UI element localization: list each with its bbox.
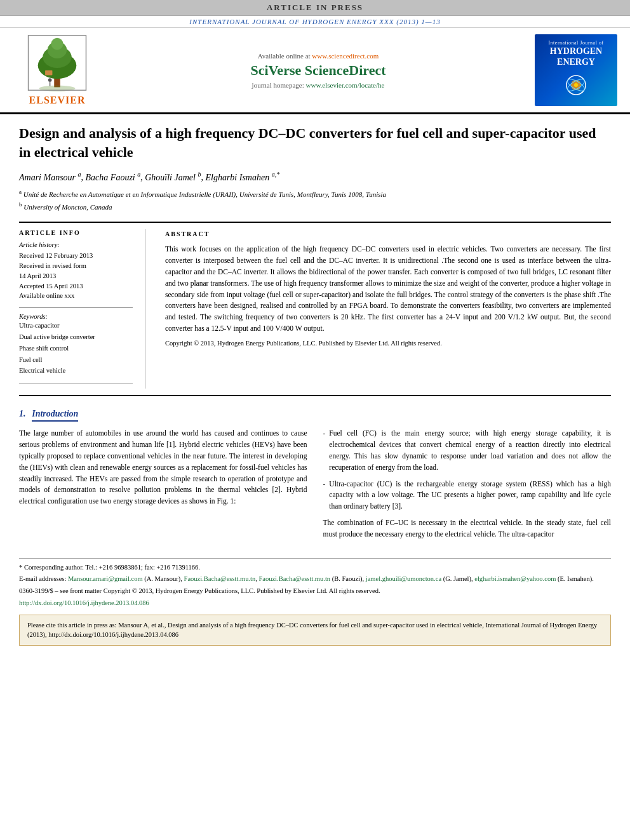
keywords-section: Keywords: Ultra-capacitor Dual active br… <box>19 313 133 377</box>
email-mansour[interactable]: Mansour.amari@gmail.com <box>68 575 143 582</box>
main-content: Design and analysis of a high frequency … <box>0 114 630 655</box>
elsevier-wordmark: ELSEVIER <box>29 95 86 106</box>
svg-point-6 <box>48 78 52 82</box>
affiliations: a Unité de Recherche en Automatique et e… <box>19 188 611 212</box>
top-header: ELSEVIER Available online at www.science… <box>0 28 630 114</box>
body-col-right: - Fuel cell (FC) is the main energy sour… <box>323 428 612 545</box>
intro-paragraph-bottom: The combination of FC–UC is necessary in… <box>323 517 612 540</box>
bullet-dash-icon-2: - <box>323 479 326 490</box>
affiliation-1: a Unité de Recherche en Automatique et e… <box>19 188 611 199</box>
svg-point-5 <box>51 38 64 50</box>
received-date: Received 12 February 2013 <box>19 251 133 261</box>
abstract-label: ABSTRACT <box>165 229 611 239</box>
journal-logo-title: International Journal of <box>548 40 603 46</box>
journal-homepage-text: journal homepage: www.elsevier.com/locat… <box>108 81 528 89</box>
abstract-column: ABSTRACT This work focuses on the applic… <box>165 229 611 389</box>
article-history: Article history: Received 12 February 20… <box>19 241 133 301</box>
available-online-text: Available online at www.sciencedirect.co… <box>108 52 528 60</box>
copyright-line: Copyright © 2013, Hydrogen Energy Public… <box>165 338 611 349</box>
article-history-label: Article history: <box>19 241 133 248</box>
email-ismahen[interactable]: elgharbi.ismahen@yahoo.com <box>474 575 556 582</box>
abstract-text: This work focuses on the application of … <box>165 244 611 335</box>
bullet-1-text: Fuel cell (FC) is the main energy source… <box>329 428 611 473</box>
email-faouzi-2[interactable]: Faouzi.Bacha@esstt.mu.tn <box>258 575 330 582</box>
section-1-body: The large number of automobiles in use a… <box>19 428 611 545</box>
doi-link[interactable]: http://dx.doi.org/10.1016/j.ijhydene.201… <box>19 599 149 606</box>
elsevier-logo-area: ELSEVIER <box>13 34 102 106</box>
article-title: Design and analysis of a high frequency … <box>19 124 611 161</box>
article-info-label: ARTICLE INFO <box>19 229 133 236</box>
doi-line: http://dx.doi.org/10.1016/j.ijhydene.201… <box>19 598 611 608</box>
journal-logo-inner: International Journal of HYDROGENENERGY <box>548 40 603 101</box>
keywords-label: Keywords: <box>19 313 133 320</box>
article-info-column: ARTICLE INFO Article history: Received 1… <box>19 229 146 389</box>
separator-1 <box>19 222 611 223</box>
intro-paragraph-1: The large number of automobiles in use a… <box>19 428 307 507</box>
keywords-list: Ultra-capacitor Dual active bridge conve… <box>19 320 133 377</box>
bullet-dash-icon: - <box>323 428 326 439</box>
section-1-heading: 1. Introduction <box>19 409 611 422</box>
email-line: E-mail addresses: Mansour.amari@gmail.co… <box>19 574 611 584</box>
sciverse-label: SciVerse ScienceDirect <box>108 62 528 79</box>
bullet-2-text: Ultra-capacitor (UC) is the rechargeable… <box>329 479 611 512</box>
body-col-left: The large number of automobiles in use a… <box>19 428 307 545</box>
journal-header-line: INTERNATIONAL JOURNAL OF HYDROGEN ENERGY… <box>0 16 630 28</box>
article-in-press-banner: ARTICLE IN PRESS <box>0 0 630 16</box>
svg-point-12 <box>574 83 578 87</box>
footer-section: * Corresponding author. Tel.: +216 96983… <box>19 558 611 608</box>
bullet-item-1: - Fuel cell (FC) is the main energy sour… <box>323 428 612 473</box>
sciencedirect-link[interactable]: www.sciencedirect.com <box>312 52 379 60</box>
accepted-date: Accepted 15 April 2013 <box>19 281 133 291</box>
separator-end-info <box>19 383 133 383</box>
journal-logo-area: International Journal of HYDROGENENERGY <box>535 34 617 106</box>
separator-keywords <box>19 307 133 308</box>
available-online: Available online xxx <box>19 291 133 301</box>
journal-logo-graphic <box>557 72 595 98</box>
svg-rect-8 <box>45 70 52 76</box>
issn-line: 0360-3199/$ – see front matter Copyright… <box>19 586 611 596</box>
journal-homepage-link[interactable]: www.elsevier.com/locate/he <box>306 81 385 89</box>
bullet-item-2: - Ultra-capacitor (UC) is the rechargeab… <box>323 479 612 512</box>
authors-line: Amari Mansour a, Bacha Faouzi a, Ghouïli… <box>19 171 611 183</box>
affiliation-2: b University of Moncton, Canada <box>19 201 611 212</box>
corresponding-author: * Corresponding author. Tel.: +216 96983… <box>19 563 611 573</box>
email-faouzi-1[interactable]: Faouzi.Bacha@esstt.mu.tn <box>184 575 256 582</box>
journal-logo-main: HYDROGENENERGY <box>548 46 603 68</box>
section-title: Introduction <box>32 409 78 422</box>
email-jamel[interactable]: jamel.ghouili@umoncton.ca <box>366 575 441 582</box>
section-number: 1. <box>19 409 26 418</box>
article-meta-section: ARTICLE INFO Article history: Received 1… <box>19 229 611 389</box>
section-1: 1. Introduction The large number of auto… <box>19 409 611 545</box>
revised-date: Received in revised form14 April 2013 <box>19 261 133 281</box>
separator-body <box>19 395 611 396</box>
journal-center: Available online at www.sciencedirect.co… <box>108 34 528 106</box>
elsevier-tree-icon <box>25 34 89 91</box>
citation-box: Please cite this article in press as: Ma… <box>19 615 611 646</box>
